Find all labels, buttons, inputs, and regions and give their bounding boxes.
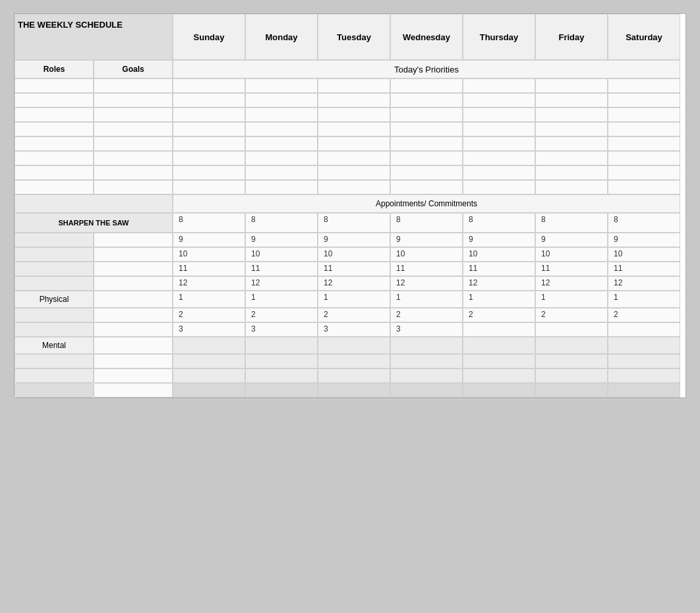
sun-1[interactable]: 1	[173, 291, 245, 308]
extra-sun-2[interactable]	[173, 368, 245, 383]
monday-row-5[interactable]	[245, 136, 318, 151]
saturday-row-5[interactable]	[608, 136, 680, 151]
goals-row-6[interactable]	[94, 151, 173, 165]
wed-9[interactable]: 9	[390, 233, 463, 247]
extra-thu-1[interactable]	[463, 354, 535, 368]
roles-row-5[interactable]	[15, 136, 94, 151]
mental-mon[interactable]	[245, 337, 318, 354]
mon-9[interactable]: 9	[245, 233, 318, 247]
bottom-input[interactable]	[94, 383, 173, 397]
thu-2[interactable]: 2	[463, 308, 535, 322]
roles-row-2[interactable]	[15, 93, 94, 107]
mental-goals[interactable]	[94, 337, 173, 354]
tuesday-row-5[interactable]	[318, 136, 390, 151]
saturday-row-3[interactable]	[608, 107, 680, 122]
thursday-row-4[interactable]	[463, 122, 535, 136]
sun-10[interactable]: 10	[173, 247, 245, 262]
wed-2[interactable]: 2	[390, 308, 463, 322]
sat-1[interactable]: 1	[608, 291, 680, 308]
extra-input-2b[interactable]	[94, 368, 173, 383]
extra-wed-1[interactable]	[390, 354, 463, 368]
thursday-row-1[interactable]	[463, 78, 535, 93]
thursday-row-7[interactable]	[463, 165, 535, 180]
saturday-row-8[interactable]	[608, 180, 680, 194]
goals-row-5[interactable]	[94, 136, 173, 151]
thu-1[interactable]: 1	[463, 291, 535, 308]
sharpen-goals-3[interactable]	[94, 262, 173, 276]
sat-12[interactable]: 12	[608, 276, 680, 291]
friday-row-2[interactable]	[535, 93, 608, 107]
roles-row-1[interactable]	[15, 78, 94, 93]
wed-11[interactable]: 11	[390, 262, 463, 276]
mental-wed[interactable]	[390, 337, 463, 354]
wednesday-row-4[interactable]	[390, 122, 463, 136]
mental-sun[interactable]	[173, 337, 245, 354]
goals-row-7[interactable]	[94, 165, 173, 180]
tuesday-row-2[interactable]	[318, 93, 390, 107]
extra-tue-2[interactable]	[318, 368, 390, 383]
tue-3[interactable]: 3	[318, 322, 390, 337]
sun-12[interactable]: 12	[173, 276, 245, 291]
roles-row-3[interactable]	[15, 107, 94, 122]
fri-12[interactable]: 12	[535, 276, 608, 291]
roles-row-8[interactable]	[15, 180, 94, 194]
sharpen-goals-2[interactable]	[94, 247, 173, 262]
wednesday-row-1[interactable]	[390, 78, 463, 93]
tuesday-row-6[interactable]	[318, 151, 390, 165]
friday-row-1[interactable]	[535, 78, 608, 93]
sun-3[interactable]: 3	[173, 322, 245, 337]
sat-10[interactable]: 10	[608, 247, 680, 262]
monday-row-3[interactable]	[245, 107, 318, 122]
fri-9[interactable]: 9	[535, 233, 608, 247]
thu-8[interactable]: 8	[463, 213, 535, 233]
wednesday-row-2[interactable]	[390, 93, 463, 107]
saturday-row-1[interactable]	[608, 78, 680, 93]
tue-11[interactable]: 11	[318, 262, 390, 276]
mental-sat[interactable]	[608, 337, 680, 354]
sunday-row-3[interactable]	[173, 107, 245, 122]
tuesday-row-8[interactable]	[318, 180, 390, 194]
saturday-row-7[interactable]	[608, 165, 680, 180]
roles-row-4[interactable]	[15, 122, 94, 136]
roles-row-7[interactable]	[15, 165, 94, 180]
wednesday-row-5[interactable]	[390, 136, 463, 151]
monday-row-2[interactable]	[245, 93, 318, 107]
extra-thu-2[interactable]	[463, 368, 535, 383]
sunday-row-1[interactable]	[173, 78, 245, 93]
wed-10[interactable]: 10	[390, 247, 463, 262]
physical-goals[interactable]	[94, 291, 173, 308]
mon-12[interactable]: 12	[245, 276, 318, 291]
fri-8[interactable]: 8	[535, 213, 608, 233]
tuesday-row-1[interactable]	[318, 78, 390, 93]
sunday-row-5[interactable]	[173, 136, 245, 151]
extra-fri-2[interactable]	[535, 368, 608, 383]
extra-wed-2[interactable]	[390, 368, 463, 383]
thu-11[interactable]: 11	[463, 262, 535, 276]
wednesday-row-3[interactable]	[390, 107, 463, 122]
goals-row-8[interactable]	[94, 180, 173, 194]
sunday-row-8[interactable]	[173, 180, 245, 194]
goals-row-3[interactable]	[94, 107, 173, 122]
sat-2[interactable]: 2	[608, 308, 680, 322]
goals-row-2[interactable]	[94, 93, 173, 107]
extra-input-1b[interactable]	[94, 354, 173, 368]
mon-8[interactable]: 8	[245, 213, 318, 233]
sat-11[interactable]: 11	[608, 262, 680, 276]
friday-row-8[interactable]	[535, 180, 608, 194]
friday-row-7[interactable]	[535, 165, 608, 180]
thursday-row-5[interactable]	[463, 136, 535, 151]
sun-2[interactable]: 2	[173, 308, 245, 322]
extra-sat-1[interactable]	[608, 354, 680, 368]
thursday-row-8[interactable]	[463, 180, 535, 194]
wed-1[interactable]: 1	[390, 291, 463, 308]
thursday-row-6[interactable]	[463, 151, 535, 165]
wednesday-row-8[interactable]	[390, 180, 463, 194]
mon-10[interactable]: 10	[245, 247, 318, 262]
monday-row-4[interactable]	[245, 122, 318, 136]
sunday-row-4[interactable]	[173, 122, 245, 136]
monday-row-8[interactable]	[245, 180, 318, 194]
thursday-row-3[interactable]	[463, 107, 535, 122]
monday-row-7[interactable]	[245, 165, 318, 180]
saturday-row-2[interactable]	[608, 93, 680, 107]
physical-goals-2[interactable]	[94, 308, 173, 322]
